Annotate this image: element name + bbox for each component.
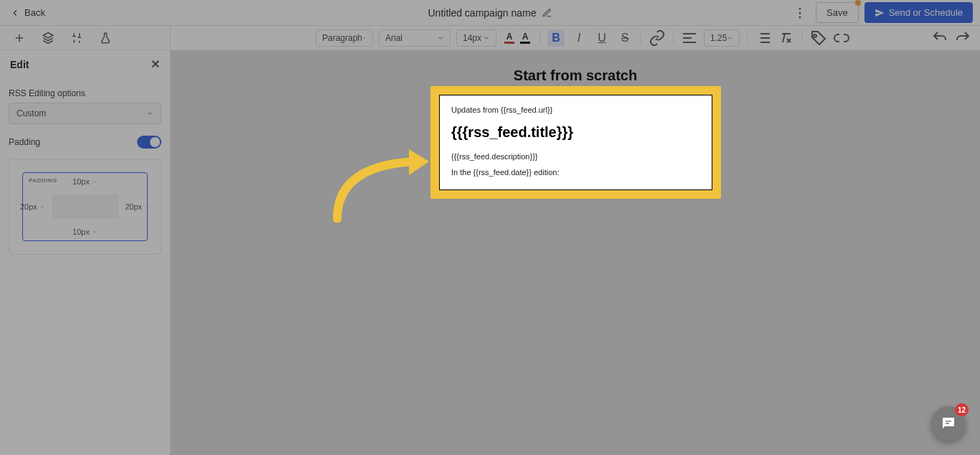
divider	[673, 32, 674, 44]
plus-icon	[13, 32, 26, 44]
clear-format-icon	[778, 29, 795, 47]
chevron-down-icon	[92, 229, 98, 235]
campaign-title-text: Untitled campaign name	[428, 7, 537, 19]
divider	[747, 32, 748, 44]
rss-block-inner: Updates from {{rss_feed.url}} {{{rss_fee…	[439, 95, 712, 190]
padding-toggle-row: Padding	[9, 136, 161, 149]
list-icon	[755, 29, 772, 47]
padding-box-label: PADDING	[29, 177, 57, 184]
callout-arrow	[330, 136, 438, 222]
sidebar: Edit ✕ RSS Editing options Custom Paddin…	[0, 26, 171, 455]
tag-icon	[810, 29, 827, 47]
test-tool[interactable]	[99, 32, 112, 44]
save-button[interactable]: Save	[816, 2, 859, 23]
chevron-down-icon	[92, 179, 98, 184]
unsaved-indicator	[855, 0, 861, 6]
arrow-left-icon	[10, 8, 20, 18]
pencil-icon	[542, 8, 552, 18]
text-color-button[interactable]: A	[502, 31, 517, 45]
flask-icon	[99, 32, 112, 44]
redo-icon	[954, 29, 971, 47]
top-right-actions: Save Send or Schedule	[790, 2, 973, 23]
paragraph-select[interactable]: Paragraph	[316, 29, 373, 47]
chevron-down-icon	[483, 34, 490, 42]
panel-close[interactable]: ✕	[151, 57, 160, 71]
underline-button[interactable]: U	[593, 29, 611, 47]
paper-plane-icon	[875, 8, 885, 18]
layers-tool[interactable]	[42, 32, 55, 44]
paint-icon	[70, 32, 83, 44]
highlighted-rss-block[interactable]: Updates from {{rss_feed.url}} {{{rss_fee…	[430, 86, 721, 199]
rss-edition-line: In the {{rss_feed.date}} edition:	[451, 168, 700, 177]
back-label: Back	[24, 7, 45, 18]
rss-options-value: Custom	[17, 108, 46, 118]
list-button[interactable]	[755, 29, 772, 47]
padding-inner	[52, 194, 118, 219]
save-label: Save	[826, 7, 848, 18]
unlink-icon	[833, 29, 850, 47]
style-tool[interactable]	[70, 32, 83, 44]
rss-options-label: RSS Editing options	[9, 88, 161, 98]
divider	[802, 32, 803, 44]
padding-right-input[interactable]: 20px	[125, 202, 150, 211]
chevron-down-icon	[39, 204, 45, 210]
font-size-select[interactable]: 14px	[456, 29, 496, 47]
send-label: Send or Schedule	[889, 7, 963, 18]
rss-updates-line: Updates from {{rss_feed.url}}	[451, 105, 700, 114]
panel-title: Edit	[10, 59, 29, 70]
undo-icon	[931, 29, 948, 47]
rss-desc-line: {{{rss_feed.description}}}	[451, 152, 700, 161]
padding-box: PADDING 10px 10px 20px 20px	[22, 172, 148, 241]
more-menu-button[interactable]	[790, 3, 810, 23]
text-color-group: A A	[502, 31, 532, 45]
chevron-down-icon	[146, 110, 154, 117]
strike-button[interactable]: S	[616, 29, 633, 47]
clear-format-button[interactable]	[778, 29, 795, 47]
padding-left-input[interactable]: 20px	[20, 202, 45, 211]
personalize-button[interactable]	[810, 29, 827, 47]
padding-editor: PADDING 10px 10px 20px 20px	[9, 159, 161, 255]
chat-badge: 12	[955, 403, 969, 416]
redo-button[interactable]	[954, 29, 971, 47]
curved-arrow-icon	[330, 136, 438, 222]
layers-icon	[42, 32, 55, 44]
add-tool[interactable]	[13, 32, 26, 44]
divider	[641, 32, 641, 44]
rss-title-line: {{{rss_feed.title}}}	[451, 124, 700, 141]
send-button[interactable]: Send or Schedule	[864, 2, 973, 23]
page-title: Start from scratch	[432, 67, 719, 84]
chat-icon	[940, 415, 957, 432]
top-bar: Back Untitled campaign name Save Send or…	[0, 0, 980, 26]
kebab-icon	[798, 7, 801, 19]
svg-point-0	[799, 7, 801, 9]
padding-label: Padding	[9, 137, 40, 147]
line-height-select[interactable]: 1.25	[704, 29, 740, 47]
font-select[interactable]: Arial	[379, 29, 451, 47]
back-button[interactable]: Back	[0, 0, 55, 25]
align-left-icon	[681, 29, 698, 47]
chevron-down-icon	[437, 34, 444, 42]
unlink-button[interactable]	[833, 29, 850, 47]
editor-toolbar: Paragraph Arial 14px A A B I U S 1.25	[171, 26, 980, 50]
campaign-title[interactable]: Untitled campaign name	[428, 7, 552, 19]
link-icon	[649, 29, 666, 47]
highlight-color-button[interactable]: A	[518, 31, 532, 45]
chevron-down-icon	[144, 204, 150, 210]
undo-button[interactable]	[931, 29, 948, 47]
panel-header: Edit ✕	[0, 50, 170, 78]
padding-bottom-input[interactable]: 10px	[72, 228, 98, 236]
italic-button[interactable]: I	[570, 29, 588, 47]
panel-body: RSS Editing options Custom Padding PADDI…	[0, 78, 170, 266]
align-button[interactable]	[681, 29, 698, 47]
svg-point-1	[799, 11, 801, 14]
rss-options-select[interactable]: Custom	[9, 103, 161, 124]
padding-top-input[interactable]: 10px	[72, 177, 98, 186]
svg-point-2	[799, 16, 801, 18]
padding-toggle[interactable]	[137, 136, 161, 149]
divider	[540, 32, 540, 44]
chat-button[interactable]: 12	[931, 406, 966, 441]
chevron-down-icon	[362, 34, 367, 42]
bold-button[interactable]: B	[547, 29, 565, 47]
link-button[interactable]	[649, 29, 666, 47]
sidebar-tool-row	[0, 26, 170, 50]
